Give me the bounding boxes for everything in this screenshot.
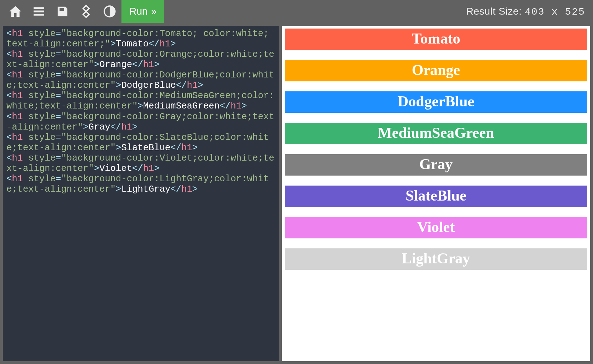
run-button[interactable]: Run »	[121, 0, 164, 23]
code-editor[interactable]: <h1 style="background-color:Tomato; colo…	[3, 26, 279, 361]
home-icon[interactable]	[4, 0, 27, 23]
result-size: Result Size: 403 x 525	[466, 6, 589, 17]
preview-block: SlateBlue	[285, 186, 587, 207]
menu-icon[interactable]	[27, 0, 51, 23]
toolbar: Run » Result Size: 403 x 525	[0, 0, 593, 23]
preview-block: Orange	[285, 60, 587, 81]
result-size-label: Result Size:	[466, 6, 522, 17]
save-icon[interactable]	[51, 0, 74, 23]
preview-block: DodgerBlue	[285, 91, 587, 113]
result-preview: TomatoOrangeDodgerBlueMediumSeaGreenGray…	[282, 26, 590, 361]
preview-block: Gray	[285, 154, 587, 176]
chevron-right-icon: »	[151, 6, 156, 17]
result-size-value: 403 x 525	[525, 6, 585, 17]
preview-block: Tomato	[285, 29, 587, 50]
preview-block: Violet	[285, 217, 587, 238]
theme-icon[interactable]	[98, 0, 121, 23]
run-button-label: Run	[129, 6, 148, 17]
workspace: <h1 style="background-color:Tomato; colo…	[0, 23, 593, 364]
rotate-icon[interactable]	[74, 0, 98, 23]
preview-block: LightGray	[285, 248, 587, 270]
preview-block: MediumSeaGreen	[285, 123, 587, 144]
